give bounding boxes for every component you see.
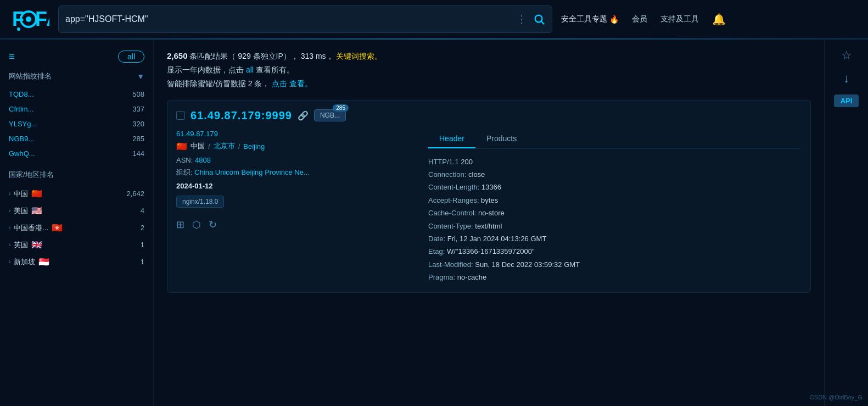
total-count: 2,650 <box>167 51 188 60</box>
chevron-right-icon: › <box>9 259 10 265</box>
search-button[interactable] <box>533 13 545 25</box>
keyword-search-link[interactable]: 关键词搜索。 <box>336 52 382 60</box>
svg-point-2 <box>26 16 31 22</box>
chevron-right-icon: › <box>9 225 10 231</box>
result-body: 61.49.87.179 🇨🇳 中国 / 北京市 / Beijing ASN: … <box>176 130 802 284</box>
click-link[interactable]: 点击 <box>272 79 287 88</box>
ngb-badge[interactable]: NGB... 285 <box>314 109 346 121</box>
all-badge[interactable]: all <box>118 51 144 63</box>
org-row: 组织: China Unicom Beijing Province Ne... <box>176 168 417 177</box>
view-link[interactable]: 查看。 <box>289 79 312 88</box>
city-link[interactable]: 北京市 <box>214 141 235 151</box>
header-line-0: HTTP/1.1 200 <box>428 155 802 168</box>
fingerprint-item-0[interactable]: TQD8... 508 <box>9 87 144 102</box>
fire-icon: 🔥 <box>609 15 619 24</box>
tabs: Header Products <box>428 130 802 149</box>
watermark: CSDN @OidBoy_G <box>810 394 863 401</box>
nav-membership[interactable]: 会员 <box>632 14 647 24</box>
country-item-3[interactable]: › 英国 🇬🇧 1 <box>9 236 144 253</box>
country-section: 国家/地区排名 › 中国 🇨🇳 2,642 › 美国 🇺🇸 4 › 中国香港..… <box>9 170 144 270</box>
result-left: 61.49.87.179 🇨🇳 中国 / 北京市 / Beijing ASN: … <box>176 130 417 284</box>
svg-point-4 <box>17 27 20 31</box>
results-area: 2,650 条匹配结果（ 929 条独立IP）， 313 ms， 关键词搜索。 … <box>154 40 824 406</box>
header-line-8: Last-Modified: Sun, 18 Dec 2022 03:59:32… <box>428 258 802 271</box>
search-bar: ⋮ <box>58 5 552 33</box>
fingerprint-item-1[interactable]: Cfrtlm... 337 <box>9 102 144 116</box>
region-link[interactable]: Beijing <box>243 142 265 151</box>
external-link-icon[interactable]: 🔗 <box>298 110 309 121</box>
svg-point-5 <box>535 15 542 22</box>
filter-icon[interactable]: ≡ <box>9 51 15 63</box>
fingerprint-item-4[interactable]: GwhQ... 144 <box>9 146 144 161</box>
header-line-1: Connection: close <box>428 168 802 181</box>
server-badge: nginx/1.18.0 <box>176 196 224 208</box>
chevron-right-icon: › <box>9 242 10 248</box>
header: F FA ⋮ 安全工具专题 🔥 会员 <box>0 0 868 38</box>
header-line-2: Content-Length: 13366 <box>428 181 802 193</box>
notification-bell-icon[interactable]: 🔔 <box>712 13 726 26</box>
line2-text: 显示一年内数据，点击 <box>167 65 244 74</box>
country-section-title: 国家/地区排名 <box>9 170 144 180</box>
tab-header[interactable]: Header <box>428 130 475 148</box>
filter-funnel-icon[interactable]: ▼ <box>137 72 144 81</box>
nav-support-tools[interactable]: 支持及工具 <box>660 14 699 24</box>
star-icon[interactable]: ☆ <box>841 48 852 63</box>
hex-icon[interactable]: ⬡ <box>192 219 201 231</box>
country-item-4[interactable]: › 新加坡 🇸🇬 1 <box>9 253 144 270</box>
summary-text: 条匹配结果（ <box>189 52 236 60</box>
fingerprint-item-3[interactable]: NGB9... 285 <box>9 131 144 146</box>
flag-icon: 🇨🇳 <box>31 188 42 199</box>
action-icons: ⊞ ⬡ ↻ <box>176 219 417 231</box>
sidebar-filter-row: ≡ all <box>9 51 144 63</box>
china-flag-icon: 🇨🇳 <box>176 141 187 152</box>
svg-text:FA: FA <box>35 8 49 30</box>
country-item-1[interactable]: › 美国 🇺🇸 4 <box>9 202 144 219</box>
svg-line-6 <box>541 21 544 24</box>
header-line-7: Etag: W/"13366-1671335972000" <box>428 245 802 258</box>
date-row: 2024-01-12 <box>176 182 417 190</box>
fingerprint-list: TQD8... 508 Cfrtlm... 337 YLSYg... 320 N… <box>9 87 144 161</box>
refresh-icon[interactable]: ↻ <box>209 219 217 231</box>
asn-row: ASN: 4808 <box>176 156 417 164</box>
header-line-4: Cache-Control: no-store <box>428 207 802 219</box>
screenshot-icon[interactable]: ⊞ <box>176 219 184 231</box>
nav-security-tools[interactable]: 安全工具专题 🔥 <box>561 14 619 24</box>
line3-text: 智能排除蜜罐/仿冒数据 <box>167 79 246 88</box>
more-options-button[interactable]: ⋮ <box>517 13 527 25</box>
fingerprint-section-title: 网站指纹排名 ▼ <box>9 71 144 81</box>
fingerprint-item-2[interactable]: YLSYg... 320 <box>9 116 144 131</box>
all-link[interactable]: all <box>246 65 254 74</box>
asn-link[interactable]: 4808 <box>195 156 211 164</box>
flag-icon: 🇬🇧 <box>31 240 42 250</box>
sidebar: ≡ all 网站指纹排名 ▼ TQD8... 508 Cfrtlm... 337… <box>0 40 154 406</box>
header-line-6: Date: Fri, 12 Jan 2024 04:13:26 GMT <box>428 232 802 245</box>
api-button[interactable]: API <box>834 94 859 107</box>
header-content: HTTP/1.1 200 Connection: close Content-L… <box>428 155 802 284</box>
select-checkbox[interactable] <box>176 111 185 120</box>
chevron-right-icon: › <box>9 191 10 197</box>
line3-suffix: 条， <box>254 79 270 88</box>
ip-port-link[interactable]: 61.49.87.179:9999 <box>191 109 292 122</box>
ip-address-link[interactable]: 61.49.87.179 <box>176 130 417 138</box>
logo[interactable]: F FA <box>11 6 49 32</box>
search-input[interactable] <box>65 14 517 24</box>
flag-icon: 🇭🇰 <box>52 223 63 233</box>
country-item-2[interactable]: › 中国香港... 🇭🇰 2 <box>9 219 144 236</box>
download-icon[interactable]: ↓ <box>843 71 849 86</box>
org-link[interactable]: China Unicom Beijing Province Ne... <box>194 168 310 176</box>
main-layout: ≡ all 网站指纹排名 ▼ TQD8... 508 Cfrtlm... 337… <box>0 40 868 406</box>
summary-ms: ms， <box>316 52 334 60</box>
tab-products[interactable]: Products <box>475 130 528 148</box>
flag-icon: 🇺🇸 <box>31 205 42 216</box>
results-header: 2,650 条匹配结果（ 929 条独立IP）， 313 ms， 关键词搜索。 … <box>167 48 811 91</box>
flag-icon: 🇸🇬 <box>38 257 49 267</box>
content-wrapper: 2,650 条匹配结果（ 929 条独立IP）， 313 ms， 关键词搜索。 … <box>154 40 868 406</box>
nav-items: 安全工具专题 🔥 会员 支持及工具 🔔 <box>561 13 726 26</box>
country-text: 中国 <box>191 141 205 151</box>
country-item-0[interactable]: › 中国 🇨🇳 2,642 <box>9 185 144 202</box>
unique-ip-count: 929 <box>238 52 250 60</box>
right-panel: ☆ ↓ API <box>824 40 868 406</box>
result-right: Header Products HTTP/1.1 200 Connection:… <box>428 130 802 284</box>
time-ms: 313 <box>301 52 313 60</box>
honeypot-count: 2 <box>248 79 253 88</box>
